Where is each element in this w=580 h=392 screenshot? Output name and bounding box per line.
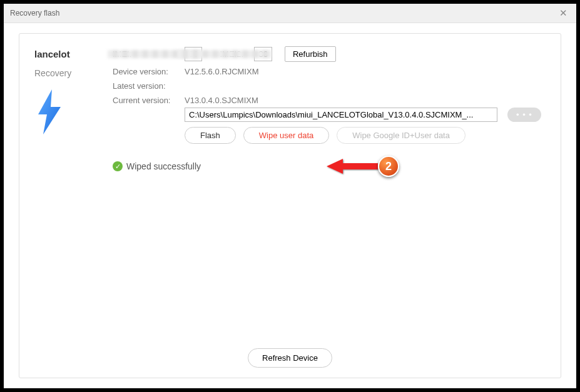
window-title: Recovery flash [10, 9, 59, 18]
device-panel: lancelot Recovery [19, 33, 561, 378]
flash-button[interactable]: Flash [185, 127, 236, 144]
recovery-flash-window: Recovery flash ✕ lancelot Recovery [4, 4, 576, 388]
current-version-label: Current version: [113, 96, 178, 105]
content: lancelot Recovery [4, 23, 576, 388]
svg-marker-1 [327, 159, 378, 174]
rom-path-input[interactable]: C:\Users\Lumpics\Downloads\miui_LANCELOT… [185, 108, 497, 122]
refresh-device-button[interactable]: Refresh Device [248, 348, 332, 368]
arrow-icon [324, 155, 380, 178]
current-version-value: V13.0.4.0.SJCMIXM [185, 96, 258, 105]
annotation: 2 [324, 155, 399, 178]
lightning-icon [34, 89, 100, 137]
imei2-redacted [178, 50, 272, 58]
device-name: lancelot [34, 49, 100, 59]
device-mode: Recovery [34, 68, 100, 78]
status-row: ✓ Wiped successfully [113, 161, 546, 171]
browse-button[interactable]: • • • [507, 108, 541, 122]
check-icon: ✓ [113, 161, 123, 171]
wipe-google-button: Wipe Google ID+User data [337, 127, 466, 144]
device-version-value: V12.5.6.0.RJCMIXM [185, 67, 259, 76]
refurbish-button[interactable]: Refurbish [285, 46, 336, 62]
latest-version-label: Latest version: [113, 81, 178, 91]
details: IMEI: 86 IMEI2: 86 Refurbish De [113, 46, 546, 171]
device-sidebar: lancelot Recovery [34, 46, 100, 171]
wipe-user-data-button[interactable]: Wipe user data [243, 127, 329, 144]
titlebar: Recovery flash ✕ [4, 4, 576, 23]
status-message: Wiped successfully [126, 161, 201, 171]
device-version-label: Device version: [113, 67, 178, 76]
annotation-badge: 2 [378, 156, 399, 177]
svg-marker-0 [38, 89, 61, 134]
close-icon[interactable]: ✕ [557, 8, 570, 19]
